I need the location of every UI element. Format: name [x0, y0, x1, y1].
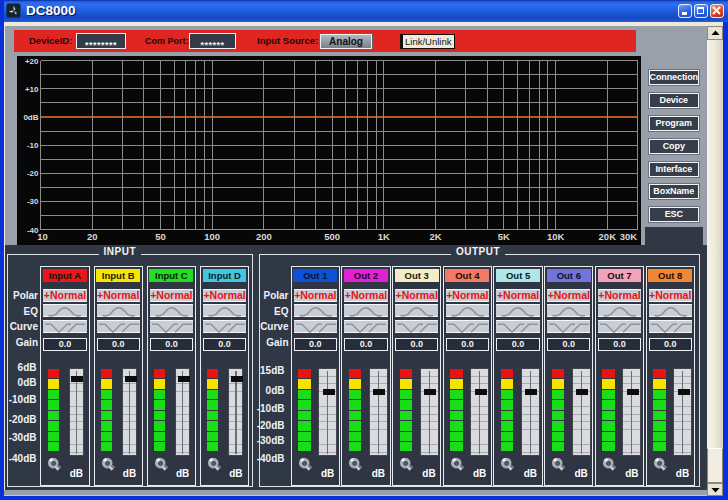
svg-text:+10: +10: [25, 85, 39, 94]
svg-text:20: 20: [87, 231, 98, 242]
svg-text:5K: 5K: [498, 231, 510, 242]
svg-text:100: 100: [204, 231, 220, 242]
svg-text:-10: -10: [27, 141, 39, 150]
svg-text:50: 50: [155, 231, 166, 242]
svg-text:500: 500: [324, 231, 340, 242]
svg-text:10: 10: [37, 231, 48, 242]
svg-text:-30: -30: [27, 197, 39, 206]
svg-text:0dB: 0dB: [23, 113, 38, 122]
svg-text:30K: 30K: [620, 231, 638, 242]
svg-text:-20: -20: [27, 169, 39, 178]
svg-text:1K: 1K: [378, 231, 390, 242]
svg-text:+20: +20: [25, 57, 39, 66]
svg-text:10K: 10K: [547, 231, 565, 242]
svg-text:20K: 20K: [599, 231, 617, 242]
svg-text:200: 200: [256, 231, 272, 242]
svg-text:2K: 2K: [430, 231, 442, 242]
